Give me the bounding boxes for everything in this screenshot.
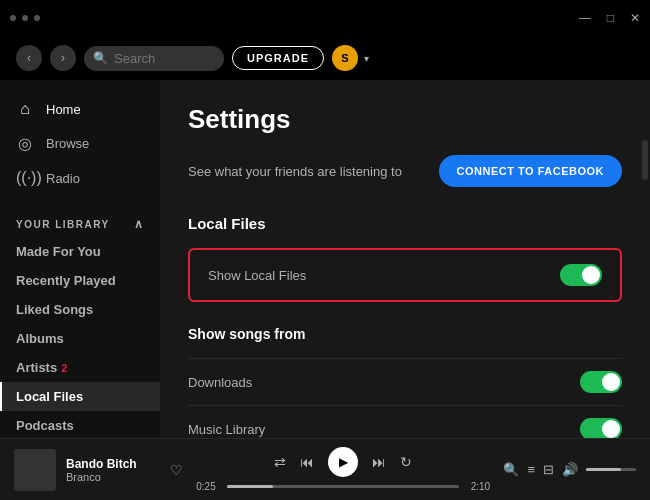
show-local-files-toggle[interactable] [560, 264, 602, 286]
library-collapse-arrow[interactable]: ∧ [134, 217, 145, 231]
music-library-toggle[interactable] [580, 418, 622, 438]
play-button[interactable]: ▶ [328, 447, 358, 477]
main-layout: ⌂ Home ◎ Browse ((·)) Radio YOUR LIBRARY… [0, 80, 650, 438]
search-right-icon[interactable]: 🔍 [503, 462, 519, 477]
progress-fill [227, 485, 273, 488]
facebook-row: See what your friends are listening to C… [188, 155, 622, 187]
sidebar-item-browse-label: Browse [46, 136, 89, 151]
sidebar-item-home[interactable]: ⌂ Home [0, 92, 160, 126]
progress-bar[interactable] [227, 485, 459, 488]
track-thumbnail [14, 449, 56, 491]
connect-facebook-button[interactable]: CONNECT TO FACEBOOK [439, 155, 622, 187]
nav-bar: ‹ › 🔍 UPGRADE S ▾ [0, 36, 650, 80]
player-bar: Bando Bitch Branco ♡ ⇄ ⏮ ▶ ⏭ ↻ 0:25 2:10… [0, 438, 650, 500]
downloads-toggle[interactable] [580, 371, 622, 393]
sidebar-item-local-files[interactable]: Local Files [0, 382, 160, 411]
volume-fill [586, 468, 621, 471]
avatar[interactable]: S [332, 45, 358, 71]
volume-icon[interactable]: 🔊 [562, 462, 578, 477]
home-icon: ⌂ [16, 100, 34, 118]
volume-bar[interactable] [586, 468, 636, 471]
forward-button[interactable]: › [50, 45, 76, 71]
sidebar-nav: ⌂ Home ◎ Browse ((·)) Radio [0, 80, 160, 203]
music-library-source-row: Music Library [188, 405, 622, 438]
browse-icon: ◎ [16, 134, 34, 153]
page-title: Settings [188, 104, 622, 135]
track-artist: Branco [66, 471, 156, 483]
local-files-section-label: Local Files [188, 215, 622, 232]
prev-button[interactable]: ⏮ [300, 454, 314, 470]
window-controls[interactable]: — □ ✕ [579, 11, 640, 25]
show-local-files-label: Show Local Files [208, 268, 306, 283]
artists-badge: 2 [61, 362, 67, 374]
back-button[interactable]: ‹ [16, 45, 42, 71]
dot-3 [34, 15, 40, 21]
library-section-header: YOUR LIBRARY ∧ [0, 203, 160, 237]
facebook-text: See what your friends are listening to [188, 164, 402, 179]
show-songs-from-label: Show songs from [188, 326, 622, 342]
queue-icon[interactable]: ≡ [527, 462, 535, 477]
dot-2 [22, 15, 28, 21]
controls-row: ⇄ ⏮ ▶ ⏭ ↻ [274, 447, 412, 477]
sidebar-item-home-label: Home [46, 102, 81, 117]
close-button[interactable]: ✕ [630, 11, 640, 25]
next-button[interactable]: ⏭ [372, 454, 386, 470]
downloads-label: Downloads [188, 375, 252, 390]
repeat-button[interactable]: ↻ [400, 454, 412, 470]
player-controls: ⇄ ⏮ ▶ ⏭ ↻ 0:25 2:10 [193, 447, 493, 492]
progress-row: 0:25 2:10 [193, 481, 493, 492]
shuffle-button[interactable]: ⇄ [274, 454, 286, 470]
track-name: Bando Bitch [66, 457, 156, 471]
dot-1 [10, 15, 16, 21]
track-info: Bando Bitch Branco [66, 457, 156, 483]
devices-icon[interactable]: ⊟ [543, 462, 554, 477]
search-wrapper: 🔍 [84, 46, 224, 71]
sidebar: ⌂ Home ◎ Browse ((·)) Radio YOUR LIBRARY… [0, 80, 160, 438]
sidebar-item-radio[interactable]: ((·)) Radio [0, 161, 160, 195]
music-library-label: Music Library [188, 422, 265, 437]
music-library-toggle-knob [602, 420, 620, 438]
toggle-knob [582, 266, 600, 284]
title-bar: — □ ✕ [0, 0, 650, 36]
sidebar-item-made-for-you[interactable]: Made For You [0, 237, 160, 266]
sidebar-item-albums[interactable]: Albums [0, 324, 160, 353]
title-bar-dots [10, 15, 40, 21]
maximize-button[interactable]: □ [607, 11, 614, 25]
player-right-controls: 🔍 ≡ ⊟ 🔊 [503, 462, 636, 477]
sidebar-item-radio-label: Radio [46, 171, 80, 186]
sidebar-item-recently-played[interactable]: Recently Played [0, 266, 160, 295]
downloads-source-row: Downloads [188, 358, 622, 405]
local-files-box: Show Local Files [188, 248, 622, 302]
search-icon: 🔍 [93, 51, 108, 65]
upgrade-button[interactable]: UPGRADE [232, 46, 324, 70]
minimize-button[interactable]: — [579, 11, 591, 25]
user-area: S ▾ [332, 45, 369, 71]
radio-icon: ((·)) [16, 169, 34, 187]
like-icon[interactable]: ♡ [170, 462, 183, 478]
downloads-toggle-knob [602, 373, 620, 391]
sidebar-item-liked-songs[interactable]: Liked Songs [0, 295, 160, 324]
user-menu-chevron[interactable]: ▾ [364, 53, 369, 64]
total-time: 2:10 [467, 481, 493, 492]
sidebar-item-browse[interactable]: ◎ Browse [0, 126, 160, 161]
current-time: 0:25 [193, 481, 219, 492]
content-area: Settings See what your friends are liste… [160, 80, 650, 438]
sidebar-item-artists[interactable]: Artists 2 [0, 353, 160, 382]
library-header-label: YOUR LIBRARY [16, 219, 110, 230]
sidebar-item-podcasts[interactable]: Podcasts [0, 411, 160, 438]
show-local-files-row: Show Local Files [208, 264, 602, 286]
forward-arrow-icon: › [61, 51, 65, 65]
scrollbar[interactable] [642, 140, 648, 180]
back-arrow-icon: ‹ [27, 51, 31, 65]
